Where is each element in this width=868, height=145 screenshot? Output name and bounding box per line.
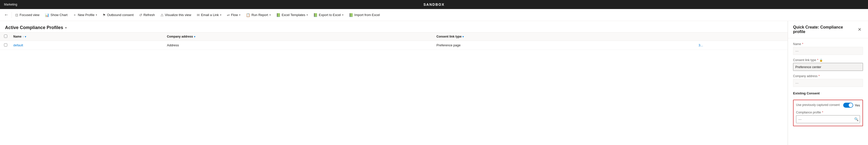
company-address-input-placeholder[interactable]: --- xyxy=(793,79,863,87)
excel-templates-label: Excel Templates xyxy=(282,13,305,17)
email-link-label: Email a Link xyxy=(201,13,219,17)
col-company-label: Company address xyxy=(167,35,193,38)
col-header-consent-link-type[interactable]: Consent link type ▾ xyxy=(432,33,694,41)
quick-create-title: Quick Create: Compliance profile xyxy=(793,25,856,34)
row-extra-number[interactable]: 3... xyxy=(699,43,703,47)
col-company-filter-icon[interactable]: ▾ xyxy=(194,35,195,38)
back-button[interactable]: ← xyxy=(2,10,10,20)
show-chart-button[interactable]: 📊 Show Chart xyxy=(42,10,70,20)
row-company-address-value: Address xyxy=(167,43,179,47)
company-address-label-text: Company address xyxy=(793,74,817,78)
new-profile-dropdown-icon: ▾ xyxy=(96,13,97,16)
sandbox-label: SANDBOX xyxy=(423,2,444,6)
app-name: Marketing xyxy=(4,3,17,6)
col-header-extra xyxy=(694,33,787,41)
top-bar: Marketing SANDBOX xyxy=(0,0,868,9)
name-input-placeholder[interactable]: --- xyxy=(793,47,863,55)
company-address-required-star: * xyxy=(818,74,819,78)
import-excel-label: Import from Excel xyxy=(354,13,380,17)
separator-1 xyxy=(11,12,12,18)
flow-icon: ⇌ xyxy=(227,13,230,17)
select-all-checkbox-header[interactable] xyxy=(0,33,9,41)
compliance-profile-label-text: Compliance profile xyxy=(796,111,821,114)
col-header-name[interactable]: Name ↑ ▾ xyxy=(9,33,163,41)
focused-view-button[interactable]: ⊡ Focused view xyxy=(13,10,42,20)
outbound-consent-button[interactable]: ⚑ Outbound consent xyxy=(100,10,136,20)
toggle-wrapper: Yes xyxy=(843,103,860,108)
col-consent-filter-icon[interactable]: ▾ xyxy=(462,35,464,38)
toggle-thumb xyxy=(849,103,853,107)
focused-view-label: Focused view xyxy=(20,13,39,17)
import-icon: 📗 xyxy=(349,13,353,17)
toggle-value-text: Yes xyxy=(855,103,860,107)
toolbar: ← ⊡ Focused view 📊 Show Chart ＋ New Prof… xyxy=(0,9,868,21)
compliance-profile-required-star: * xyxy=(822,111,823,114)
visualize-button[interactable]: ⚠ Visualize this view xyxy=(158,10,194,20)
flow-button[interactable]: ⇌ Flow ▾ xyxy=(224,10,243,20)
list-title: Active Compliance Profiles xyxy=(5,25,63,30)
main-wrapper: Active Compliance Profiles ▾ Name ↑ ▾ xyxy=(0,21,868,145)
excel-templates-icon: 📗 xyxy=(276,13,280,17)
close-icon: ✕ xyxy=(858,27,862,32)
quick-create-panel: Quick Create: Compliance profile ✕ Name … xyxy=(788,21,868,145)
consent-link-type-label: Consent link type * 🔒 xyxy=(793,58,863,62)
quick-create-body: Name * --- Consent link type * 🔒 Prefere… xyxy=(788,38,868,130)
col-name-label: Name xyxy=(13,35,22,38)
consent-link-type-value: Preference center xyxy=(795,65,821,69)
col-name-filter-icon[interactable]: ▾ xyxy=(25,35,26,38)
name-field-row: Name * --- xyxy=(793,42,863,55)
excel-templates-dropdown-icon: ▾ xyxy=(307,13,308,16)
outbound-consent-label: Outbound consent xyxy=(107,13,133,17)
name-field-label: Name * xyxy=(793,42,863,46)
import-excel-button[interactable]: 📗 Import from Excel xyxy=(346,10,382,20)
row-checkbox[interactable] xyxy=(4,43,7,46)
export-excel-button[interactable]: 📗 Export to Excel ▾ xyxy=(311,10,346,20)
row-name-link[interactable]: default xyxy=(13,43,23,47)
email-dropdown-icon: ▾ xyxy=(220,13,221,16)
use-previously-captured-row: Use previously captured consent Yes xyxy=(796,103,860,108)
row-extra-cell: 3... xyxy=(694,41,787,50)
new-profile-button[interactable]: ＋ New Profile ▾ xyxy=(70,10,99,20)
run-report-button[interactable]: 📋 Run Report ▾ xyxy=(243,10,273,20)
select-all-checkbox[interactable] xyxy=(4,35,7,38)
name-required-star: * xyxy=(802,42,803,46)
report-icon: 📋 xyxy=(246,13,250,17)
table-header-row: Name ↑ ▾ Company address ▾ Consent xyxy=(0,33,787,41)
company-address-label: Company address * xyxy=(793,74,863,78)
consent-link-type-required-star: * xyxy=(817,58,818,62)
col-header-company-address[interactable]: Company address ▾ xyxy=(163,33,432,41)
lock-icon: 🔒 xyxy=(819,59,823,62)
compliance-profile-label: Compliance profile * xyxy=(796,111,860,114)
quick-create-close-button[interactable]: ✕ xyxy=(856,26,863,33)
excel-templates-button[interactable]: 📗 Excel Templates ▾ xyxy=(274,10,310,20)
email-link-button[interactable]: ✉ Email a Link ▾ xyxy=(194,10,224,20)
export-excel-label: Export to Excel xyxy=(319,13,341,17)
col-consent-label: Consent link type xyxy=(436,35,461,38)
new-profile-label: New Profile xyxy=(78,13,94,17)
compliance-profile-search-input[interactable] xyxy=(796,115,860,123)
use-previously-captured-toggle[interactable] xyxy=(843,103,853,108)
visualize-icon: ⚠ xyxy=(160,13,164,17)
flow-dropdown-icon: ▾ xyxy=(239,13,240,16)
use-previously-captured-label: Use previously captured consent xyxy=(796,103,841,107)
row-consent-link-type-cell: Preference page xyxy=(432,41,694,50)
toggle-track xyxy=(843,103,853,108)
data-table: Name ↑ ▾ Company address ▾ Consent xyxy=(0,33,787,50)
refresh-button[interactable]: ↺ Refresh xyxy=(136,10,157,20)
refresh-icon: ↺ xyxy=(139,13,142,17)
list-title-chevron[interactable]: ▾ xyxy=(65,26,67,30)
search-icon: 🔍 xyxy=(854,117,859,121)
table-row: default Address Preference page 3... xyxy=(0,41,787,50)
row-name-cell: default xyxy=(9,41,163,50)
email-icon: ✉ xyxy=(197,13,200,17)
row-company-address-cell: Address xyxy=(163,41,432,50)
row-checkbox-cell[interactable] xyxy=(0,41,9,50)
export-dropdown-icon: ▾ xyxy=(342,13,343,16)
company-address-field-row: Company address * --- xyxy=(793,74,863,87)
sort-asc-icon: ↑ xyxy=(23,35,24,38)
compliance-profile-search-button[interactable]: 🔍 xyxy=(854,117,859,121)
list-header: Active Compliance Profiles ▾ xyxy=(0,21,787,33)
consent-link-type-select[interactable]: Preference center xyxy=(793,63,863,71)
back-icon: ← xyxy=(4,12,8,17)
compliance-profile-search-wrap: 🔍 xyxy=(796,115,860,123)
